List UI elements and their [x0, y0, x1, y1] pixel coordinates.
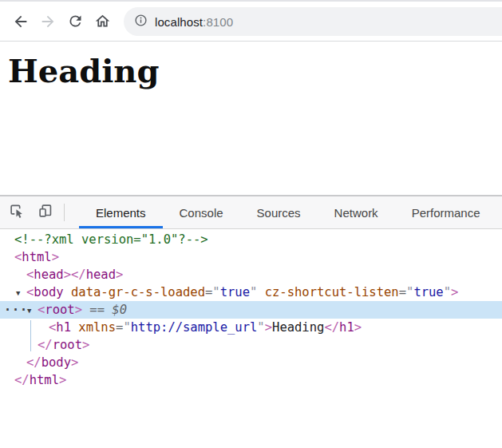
- code-segment: root: [53, 338, 82, 352]
- code-segment: </: [324, 320, 339, 335]
- code-segment: >: [451, 285, 458, 299]
- browser-toolbar: localhost:8100: [0, 2, 502, 42]
- code-segment: ": [444, 285, 451, 299]
- code-segment: >: [265, 320, 272, 335]
- tab-performance[interactable]: Performance: [395, 196, 497, 228]
- code-segment: </: [26, 355, 42, 370]
- code-segment: >: [354, 320, 362, 335]
- page-heading: Heading: [8, 54, 502, 89]
- code-segment: true: [220, 285, 250, 299]
- home-icon: [94, 13, 111, 30]
- code-segment: </: [14, 373, 30, 387]
- arrow-right-icon: [39, 13, 57, 30]
- back-button[interactable]: [8, 9, 34, 34]
- code-segment: =: [205, 285, 212, 299]
- code-segment: >: [75, 303, 82, 317]
- devtools-panel: ElementsConsoleSourcesNetworkPerformance…: [0, 196, 502, 447]
- tab-sources[interactable]: Sources: [240, 196, 318, 228]
- code-segment: html: [30, 373, 59, 387]
- code-segment: =: [116, 320, 123, 335]
- device-toolbar-button[interactable]: [34, 196, 57, 228]
- code-segment: ==: [82, 303, 112, 317]
- tree-node[interactable]: </body>: [0, 354, 502, 371]
- inspect-cursor-icon: [8, 202, 26, 223]
- refresh-icon: [67, 13, 84, 30]
- tab-network[interactable]: Network: [318, 196, 395, 228]
- page-viewport: Heading: [0, 42, 502, 196]
- url-text: localhost:8100: [155, 15, 233, 29]
- code-segment: true: [413, 285, 443, 299]
- code-segment: =: [399, 285, 406, 299]
- code-segment: >: [64, 268, 71, 282]
- code-segment: root: [45, 303, 74, 317]
- code-segment: [64, 285, 71, 299]
- selected-node-marker-icon[interactable]: ···: [4, 301, 28, 319]
- tree-node[interactable]: <head></head>: [0, 266, 502, 283]
- tab-elements[interactable]: Elements: [79, 196, 163, 228]
- code-segment: $0: [112, 303, 127, 317]
- code-segment: </: [71, 268, 86, 282]
- code-segment: h1: [56, 320, 71, 335]
- code-segment: xmlns: [78, 320, 116, 335]
- code-segment: ": [250, 285, 257, 299]
- tab-console[interactable]: Console: [163, 196, 240, 228]
- code-segment: Heading: [272, 320, 324, 335]
- code-segment: >: [116, 268, 123, 282]
- code-segment: >: [82, 338, 89, 352]
- reload-button[interactable]: [62, 9, 88, 34]
- code-segment: <: [49, 320, 56, 335]
- code-segment: body: [42, 355, 71, 370]
- code-segment: ": [123, 320, 130, 335]
- site-info-icon[interactable]: [134, 14, 148, 30]
- inspect-element-button[interactable]: [5, 196, 29, 228]
- code-segment: >: [71, 355, 78, 370]
- code-segment: body: [34, 285, 63, 299]
- url-port: :8100: [203, 15, 233, 29]
- code-segment: html: [22, 250, 51, 264]
- code-segment: ": [406, 285, 413, 299]
- devtools-tabbar: ElementsConsoleSourcesNetworkPerformance: [0, 196, 502, 229]
- expand-arrow-icon[interactable]: ▼: [16, 284, 26, 302]
- tree-node-selected[interactable]: ···▼<root> == $0: [0, 301, 502, 319]
- tree-node[interactable]: <html>: [0, 248, 502, 266]
- code-segment: head: [86, 268, 116, 282]
- code-segment: <!--?xml version="1.0"?-->: [14, 232, 208, 247]
- tree-node[interactable]: </html>: [0, 371, 502, 389]
- code-segment: head: [34, 268, 63, 282]
- code-segment: cz-shortcut-listen: [265, 285, 399, 299]
- toolbar-divider: [64, 204, 65, 221]
- url-bar[interactable]: localhost:8100: [124, 7, 502, 36]
- browser-window: localhost:8100 Heading: [0, 0, 502, 448]
- code-segment: <: [26, 268, 34, 282]
- home-button[interactable]: [89, 9, 115, 34]
- code-segment: >: [52, 250, 59, 264]
- code-segment: [257, 285, 264, 299]
- code-segment: data-gr-c-s-loaded: [71, 285, 205, 299]
- code-segment: <: [26, 285, 34, 299]
- tree-node[interactable]: </root>: [0, 336, 502, 354]
- code-segment: ": [257, 320, 264, 335]
- code-segment: <: [38, 303, 45, 317]
- forward-button[interactable]: [35, 9, 61, 34]
- code-segment: </: [38, 338, 53, 352]
- devtools-tabs: ElementsConsoleSourcesNetworkPerformance: [79, 196, 497, 228]
- code-segment: <: [14, 250, 22, 264]
- tree-node[interactable]: <!--?xml version="1.0"?-->: [0, 231, 502, 248]
- tree-node[interactable]: ▼<body data-gr-c-s-loaded="true" cz-shor…: [0, 283, 502, 301]
- device-toolbar-icon: [37, 202, 54, 223]
- tree-node[interactable]: <h1 xmlns="http://sample_url">Heading</h…: [0, 319, 502, 336]
- arrow-left-icon: [12, 13, 30, 30]
- code-segment: http://sample_url: [131, 320, 258, 335]
- code-segment: [71, 320, 78, 335]
- expand-arrow-icon[interactable]: ▼: [27, 302, 38, 319]
- code-segment: h1: [339, 320, 354, 335]
- url-host: localhost: [155, 15, 203, 29]
- code-segment: >: [59, 373, 66, 387]
- code-segment: ": [212, 285, 219, 299]
- dom-tree[interactable]: <!--?xml version="1.0"?--><html><head></…: [0, 229, 502, 447]
